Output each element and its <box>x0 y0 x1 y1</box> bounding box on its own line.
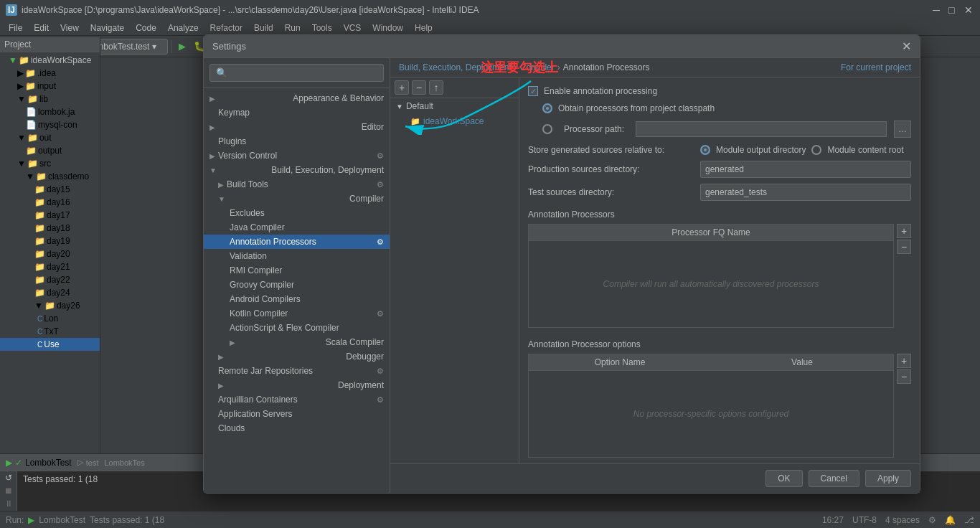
processor-path-radio[interactable] <box>542 124 552 134</box>
enable-annotation-checkbox[interactable] <box>528 86 538 96</box>
option-add-button[interactable]: + <box>897 354 911 368</box>
nav-compiler[interactable]: ▼ Compiler <box>204 192 390 206</box>
nav-app-servers[interactable]: Application Servers <box>204 407 390 421</box>
breadcrumb-compiler[interactable]: Compiler <box>520 62 555 72</box>
nav-deployment[interactable]: ▶ Deployment <box>204 378 390 392</box>
nav-keymap[interactable]: Keymap <box>204 105 390 120</box>
tree-txt[interactable]: C TxT <box>0 325 100 338</box>
obtain-processors-radio[interactable] <box>542 103 552 113</box>
tree-day20[interactable]: 📁 day20 <box>0 248 100 260</box>
minimize-button[interactable]: ─ <box>933 5 943 15</box>
nav-debugger[interactable]: ▶ Debugger <box>204 349 390 364</box>
tree-lombok[interactable]: 📄 lombok.ja <box>0 105 100 118</box>
nav-excludes[interactable]: Excludes <box>204 206 390 220</box>
folder-icon: 📁 <box>25 68 36 78</box>
module-default[interactable]: ▼ Default <box>390 98 519 114</box>
cancel-button[interactable]: Cancel <box>809 470 859 487</box>
tree-mysql[interactable]: 📄 mysql-con <box>0 118 100 131</box>
menu-navigate[interactable]: Navigate <box>85 22 130 34</box>
tree-day22[interactable]: 📁 day22 <box>0 273 100 286</box>
menu-run[interactable]: Run <box>279 22 306 34</box>
nav-version-control[interactable]: ▶ Version Control ⚙ <box>204 148 390 163</box>
breadcrumb-build[interactable]: Build, Execution, Deployment <box>399 62 512 72</box>
module-up-button[interactable]: ↑ <box>429 80 443 95</box>
nav-editor[interactable]: ▶ Editor <box>204 120 390 134</box>
nav-build-tools[interactable]: ▶ Build Tools ⚙ <box>204 177 390 192</box>
processor-add-button[interactable]: + <box>897 224 911 238</box>
menu-view[interactable]: View <box>55 22 85 34</box>
nav-plugins[interactable]: Plugins <box>204 134 390 148</box>
menu-window[interactable]: Window <box>367 22 409 34</box>
settings-search-input[interactable] <box>209 64 384 82</box>
apply-button[interactable]: Apply <box>865 470 911 487</box>
folder-icon: 📁 <box>34 210 45 220</box>
tree-use[interactable]: C Use <box>0 338 100 351</box>
tree-root[interactable]: ▼ 📁 ideaWorkSpace <box>0 54 100 67</box>
for-current-project-link[interactable]: For current project <box>650 62 912 72</box>
nav-clouds[interactable]: Clouds <box>204 421 390 435</box>
menu-code[interactable]: Code <box>130 22 162 34</box>
tree-lon[interactable]: C Lon <box>0 312 100 325</box>
module-output-radio[interactable] <box>700 145 710 155</box>
tree-idea[interactable]: ▶ 📁 .idea <box>0 67 100 80</box>
tree-classdemo[interactable]: ▼ 📁 classdemo <box>0 170 100 183</box>
maximize-button[interactable]: □ <box>948 5 958 15</box>
processor-path-browse-button[interactable]: … <box>894 121 911 138</box>
menu-build[interactable]: Build <box>248 22 279 34</box>
nav-android-compilers[interactable]: Android Compilers <box>204 292 390 306</box>
menu-edit[interactable]: Edit <box>28 22 55 34</box>
processor-remove-button[interactable]: − <box>897 240 911 254</box>
menu-refactor[interactable]: Refactor <box>204 22 248 34</box>
option-remove-button[interactable]: − <box>897 369 911 384</box>
dialog-close-button[interactable]: ✕ <box>902 39 911 53</box>
close-button[interactable]: ✕ <box>964 5 974 15</box>
nav-remote-jar[interactable]: Remote Jar Repositories ⚙ <box>204 364 390 378</box>
window-controls[interactable]: ─ □ ✕ <box>933 5 974 15</box>
nav-java-compiler[interactable]: Java Compiler <box>204 220 390 235</box>
nav-rmi-compiler[interactable]: RMI Compiler <box>204 263 390 278</box>
menu-vcs[interactable]: VCS <box>338 22 367 34</box>
production-sources-input[interactable] <box>700 161 911 178</box>
tree-day26[interactable]: ▼ 📁 day26 <box>0 299 100 312</box>
tree-src[interactable]: ▼ 📁 src <box>0 157 100 170</box>
run-stop-button[interactable]: ⏹ <box>2 486 15 496</box>
nav-as-flex[interactable]: ActionScript & Flex Compiler <box>204 321 390 335</box>
module-add-button[interactable]: + <box>395 80 409 95</box>
module-workspace[interactable]: 📁 ideaWorkSpace <box>390 114 519 128</box>
nav-kotlin-compiler[interactable]: Kotlin Compiler ⚙ <box>204 306 390 321</box>
ok-button[interactable]: OK <box>765 470 802 487</box>
tree-output[interactable]: 📁 output <box>0 144 100 157</box>
run-pause-button[interactable]: ⏸ <box>2 499 15 509</box>
expand-icon: ▶ <box>17 68 24 78</box>
menu-tools[interactable]: Tools <box>306 22 338 34</box>
run-tab-label[interactable]: LombokTest <box>25 458 72 468</box>
nav-validation[interactable]: Validation <box>204 249 390 263</box>
tree-input[interactable]: ▶ 📁 input <box>0 80 100 93</box>
tree-day15[interactable]: 📁 day15 <box>0 183 100 196</box>
menu-help[interactable]: Help <box>409 22 438 34</box>
processor-side-buttons: + − <box>897 224 911 328</box>
test-sources-input[interactable] <box>700 184 911 201</box>
module-remove-button[interactable]: − <box>412 80 426 95</box>
nav-build[interactable]: ▼ Build, Execution, Deployment <box>204 163 390 177</box>
tree-day24[interactable]: 📁 day24 <box>0 286 100 299</box>
nav-annotation-processors[interactable]: Annotation Processors ⚙ <box>204 235 390 249</box>
nav-scala-compiler[interactable]: ▶ Scala Compiler <box>204 335 390 349</box>
nav-arquillian[interactable]: Arquillian Containers ⚙ <box>204 392 390 407</box>
module-content-radio[interactable] <box>811 145 821 155</box>
menu-file[interactable]: File <box>3 22 28 34</box>
nav-appearance[interactable]: ▶ Appearance & Behavior <box>204 91 390 105</box>
settings-icon[interactable]: ⚙ <box>928 515 936 525</box>
run-button[interactable]: ▶ <box>174 39 190 55</box>
tree-day17[interactable]: 📁 day17 <box>0 209 100 222</box>
nav-groovy-compiler[interactable]: Groovy Compiler <box>204 278 390 292</box>
tree-lib[interactable]: ▼ 📁 lib <box>0 93 100 105</box>
tree-day18[interactable]: 📁 day18 <box>0 222 100 235</box>
tree-day21[interactable]: 📁 day21 <box>0 260 100 273</box>
processor-path-input[interactable] <box>636 121 887 137</box>
run-rerun-button[interactable]: ↺ <box>2 473 15 483</box>
menu-analyze[interactable]: Analyze <box>162 22 204 34</box>
tree-day19[interactable]: 📁 day19 <box>0 235 100 248</box>
tree-out[interactable]: ▼ 📁 out <box>0 131 100 144</box>
tree-day16[interactable]: 📁 day16 <box>0 196 100 209</box>
